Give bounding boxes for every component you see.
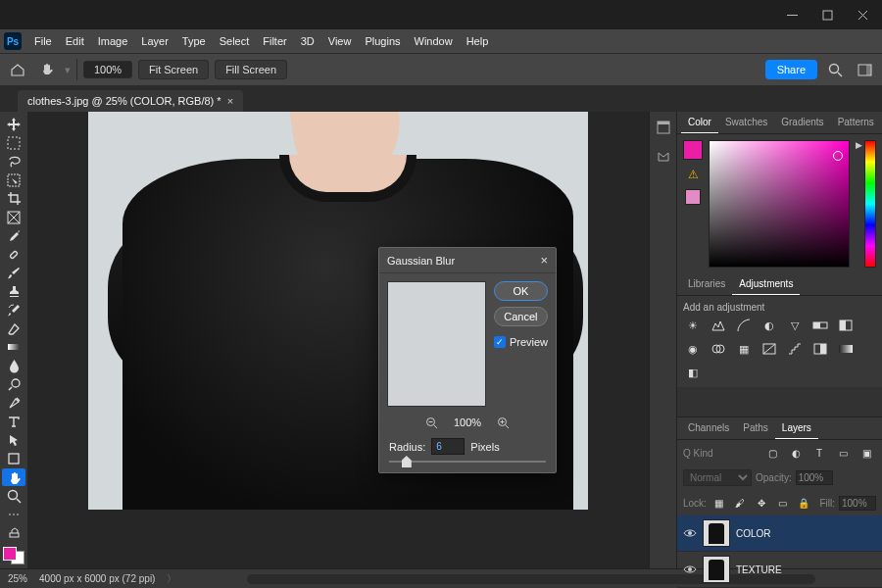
adj-bw-icon[interactable] — [836, 317, 856, 334]
filter-adjust-icon[interactable]: ◐ — [786, 444, 806, 462]
edit-toolbar-icon[interactable] — [2, 524, 25, 542]
menu-help[interactable]: Help — [460, 32, 496, 50]
status-chevron-icon[interactable]: 〉 — [167, 572, 176, 586]
hue-slider[interactable] — [864, 140, 876, 268]
tab-adjustments[interactable]: Adjustments — [732, 273, 800, 295]
filter-pixel-icon[interactable]: ▢ — [762, 444, 782, 462]
adj-threshold-icon[interactable] — [810, 340, 830, 358]
eraser-tool-icon[interactable] — [2, 319, 25, 337]
adj-selective-color-icon[interactable]: ◧ — [683, 364, 703, 381]
layer-thumbnail[interactable] — [703, 519, 730, 547]
adj-gradient-map-icon[interactable] — [836, 340, 856, 358]
healing-tool-icon[interactable] — [2, 246, 25, 264]
menu-select[interactable]: Select — [213, 32, 257, 50]
adj-posterize-icon[interactable] — [785, 340, 805, 358]
lasso-tool-icon[interactable] — [2, 153, 25, 171]
marquee-tool-icon[interactable] — [2, 134, 25, 152]
type-tool-icon[interactable] — [2, 413, 25, 430]
dialog-preview-thumbnail[interactable] — [387, 281, 486, 407]
search-icon[interactable] — [823, 58, 847, 81]
filter-type-icon[interactable]: T — [809, 444, 829, 462]
lock-artboard-icon[interactable]: ▭ — [773, 494, 791, 512]
menu-plugins[interactable]: Plugins — [358, 32, 407, 50]
eyedropper-tool-icon[interactable] — [2, 227, 25, 245]
adj-color-lookup-icon[interactable]: ▦ — [734, 340, 754, 358]
crop-tool-icon[interactable] — [2, 190, 25, 208]
preview-checkbox[interactable]: ✓ Preview — [494, 336, 548, 348]
history-brush-tool-icon[interactable] — [2, 302, 25, 319]
foreground-color-swatch[interactable] — [3, 547, 17, 561]
workspace-icon[interactable] — [853, 58, 876, 81]
menu-image[interactable]: Image — [91, 32, 135, 50]
menu-3d[interactable]: 3D — [294, 32, 321, 50]
tab-channels[interactable]: Channels — [681, 417, 736, 439]
adj-invert-icon[interactable] — [760, 340, 779, 358]
adj-brightness-icon[interactable]: ☀ — [683, 317, 703, 334]
menu-layer[interactable]: Layer — [134, 32, 175, 50]
tab-patterns[interactable]: Patterns — [831, 112, 881, 133]
adj-vibrance-icon[interactable]: ▽ — [785, 317, 805, 334]
window-minimize-button[interactable] — [774, 1, 809, 28]
blur-tool-icon[interactable] — [2, 357, 25, 374]
menu-type[interactable]: Type — [175, 32, 213, 50]
hand-tool-icon-selected[interactable] — [2, 468, 25, 486]
zoom-in-icon[interactable] — [495, 415, 511, 430]
layer-name[interactable]: COLOR — [736, 528, 771, 539]
layer-name[interactable]: TEXTURE — [736, 564, 782, 575]
opacity-field[interactable] — [796, 470, 833, 485]
blend-mode-select[interactable]: Normal — [683, 469, 752, 486]
tab-layers[interactable]: Layers — [775, 417, 818, 439]
zoom-out-icon[interactable] — [424, 415, 440, 430]
tab-color[interactable]: Color — [681, 112, 718, 133]
adj-curves-icon[interactable] — [734, 317, 754, 334]
tab-libraries[interactable]: Libraries — [681, 273, 732, 295]
document-tab[interactable]: clothes-3.jpg @ 25% (COLOR, RGB/8) * × — [18, 90, 243, 112]
menu-edit[interactable]: Edit — [59, 32, 91, 50]
window-close-button[interactable] — [845, 1, 880, 28]
filter-shape-icon[interactable]: ▭ — [833, 444, 853, 462]
panel-icon-b[interactable] — [654, 147, 673, 167]
lock-trans-icon[interactable]: ▦ — [710, 494, 728, 512]
tab-gradients[interactable]: Gradients — [774, 112, 830, 133]
adj-channel-mixer-icon[interactable] — [709, 340, 728, 358]
window-maximize-button[interactable] — [809, 1, 845, 28]
tab-paths[interactable]: Paths — [736, 417, 775, 439]
path-select-tool-icon[interactable] — [2, 431, 25, 449]
menu-file[interactable]: File — [27, 32, 59, 50]
filter-smart-icon[interactable]: ▣ — [857, 444, 876, 462]
lock-paint-icon[interactable]: 🖌 — [731, 494, 749, 512]
color-alt-swatch[interactable] — [685, 189, 701, 205]
menu-window[interactable]: Window — [408, 32, 460, 50]
zoom-tool-icon[interactable] — [2, 487, 25, 505]
radius-slider[interactable] — [379, 459, 556, 472]
home-icon[interactable] — [6, 58, 29, 81]
adj-levels-icon[interactable] — [709, 317, 728, 334]
lock-move-icon[interactable]: ✥ — [753, 494, 770, 512]
adj-hue-icon[interactable] — [810, 317, 830, 334]
stamp-tool-icon[interactable] — [2, 283, 25, 301]
dialog-close-icon[interactable]: × — [540, 253, 548, 268]
color-field-cursor[interactable] — [833, 151, 843, 161]
horizontal-scrollbar[interactable] — [247, 574, 815, 584]
toolbox-more-icon[interactable]: ⋯ — [2, 506, 25, 523]
frame-tool-icon[interactable] — [2, 209, 25, 226]
move-tool-icon[interactable] — [2, 116, 25, 133]
tab-swatches[interactable]: Swatches — [718, 112, 774, 133]
canvas-area[interactable]: Gaussian Blur × OK Cancel ✓ Preview 100% — [27, 112, 649, 568]
color-swatch-toggle[interactable] — [3, 547, 24, 564]
zoom-level-field[interactable]: 100% — [83, 61, 132, 78]
dialog-titlebar[interactable]: Gaussian Blur × — [379, 248, 556, 273]
radius-input[interactable] — [431, 438, 465, 455]
panel-icon-a[interactable] — [654, 118, 673, 137]
color-foreground-swatch[interactable] — [683, 140, 703, 160]
fill-screen-button[interactable]: Fill Screen — [215, 60, 287, 79]
layer-row[interactable]: COLOR — [677, 515, 882, 552]
cancel-button[interactable]: Cancel — [494, 307, 548, 326]
brush-tool-icon[interactable] — [2, 265, 25, 282]
visibility-eye-icon[interactable] — [683, 526, 697, 540]
object-select-tool-icon[interactable] — [2, 172, 25, 189]
menu-filter[interactable]: Filter — [256, 32, 293, 50]
close-tab-icon[interactable]: × — [227, 95, 233, 107]
fill-field[interactable] — [839, 496, 876, 511]
dodge-tool-icon[interactable] — [2, 375, 25, 393]
